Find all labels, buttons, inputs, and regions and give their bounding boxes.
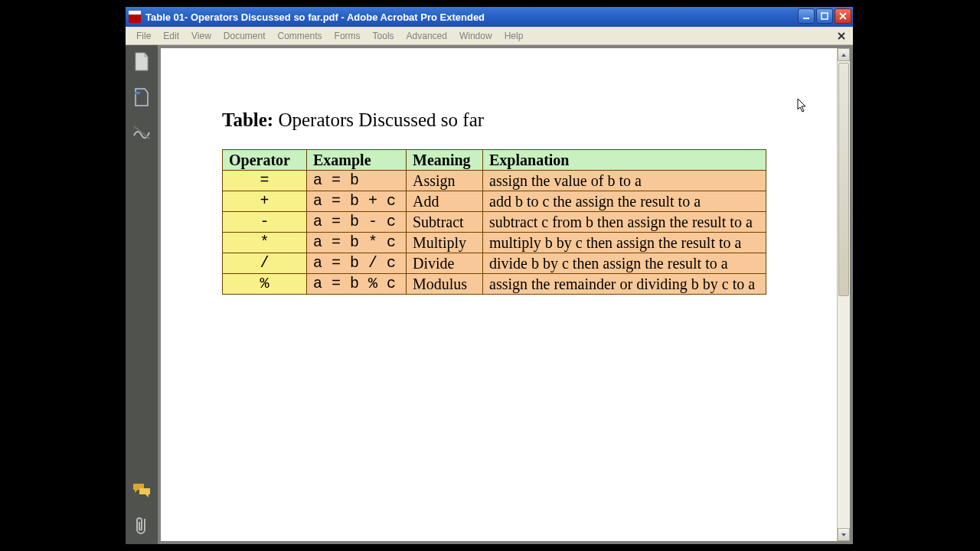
menu-comments[interactable]: Comments	[272, 29, 328, 43]
cell-meaning: Add	[407, 191, 483, 212]
col-explanation: Explanation	[483, 150, 766, 171]
table-row: *a = b * cMultiplymultiply b by c then a…	[223, 233, 766, 253]
table-title: Table: Operators Discussed so far	[222, 109, 837, 131]
menubar: File Edit View Document Comments Forms T…	[126, 27, 853, 45]
minimize-button[interactable]	[798, 8, 815, 24]
cell-operator: /	[223, 253, 307, 274]
table-row: /a = b / cDividedivide b by c then assig…	[223, 253, 766, 274]
cell-example: a = b + c	[307, 191, 407, 212]
cell-example: a = b % c	[307, 274, 407, 295]
cell-explanation: subtract c from b then assign the result…	[483, 212, 766, 233]
cell-meaning: Assign	[407, 171, 483, 191]
menu-window[interactable]: Window	[453, 29, 498, 43]
close-button[interactable]	[835, 8, 851, 24]
window-title: Table 01- Operators Discussed so far.pdf…	[145, 11, 798, 23]
vertical-scrollbar[interactable]	[837, 48, 850, 541]
cell-explanation: assign the remainder or dividing b by c …	[483, 274, 766, 295]
app-window: Table 01- Operators Discussed so far.pdf…	[125, 6, 854, 545]
table-row: =a = bAssignassign the value of b to a	[223, 171, 766, 191]
svg-rect-0	[803, 18, 809, 19]
cell-example: a = b / c	[307, 253, 407, 274]
scroll-down-button[interactable]	[838, 528, 850, 541]
bookmarks-icon[interactable]	[131, 86, 152, 108]
signatures-icon[interactable]	[131, 122, 152, 143]
titlebar[interactable]: Table 01- Operators Discussed so far.pdf…	[126, 7, 853, 27]
content-area: Table: Operators Discussed so far Operat…	[126, 45, 853, 544]
table-row: +a = b + cAddadd b to c the assign the r…	[223, 191, 766, 212]
col-operator: Operator	[223, 150, 307, 171]
scroll-thumb[interactable]	[838, 63, 849, 296]
col-meaning: Meaning	[407, 150, 483, 171]
cell-meaning: Divide	[407, 253, 483, 274]
menu-view[interactable]: View	[185, 29, 217, 43]
cell-meaning: Modulus	[407, 274, 483, 295]
menu-help[interactable]: Help	[498, 29, 530, 43]
comments-icon[interactable]	[131, 480, 152, 501]
cell-explanation: multiply b by c then assign the result t…	[483, 233, 766, 253]
cell-meaning: Subtract	[407, 212, 483, 233]
cell-operator: %	[223, 274, 307, 295]
pages-icon[interactable]	[131, 51, 152, 73]
col-example: Example	[307, 150, 407, 171]
cell-operator: *	[223, 233, 307, 253]
scroll-track[interactable]	[838, 61, 850, 528]
cell-explanation: assign the value of b to a	[483, 171, 766, 191]
acrobat-icon	[129, 11, 141, 23]
cell-operator: -	[223, 212, 307, 233]
cell-example: a = b - c	[307, 212, 407, 233]
menu-forms[interactable]: Forms	[328, 29, 367, 43]
cell-meaning: Multiply	[407, 233, 483, 253]
cell-explanation: add b to c the assign the result to a	[483, 191, 766, 212]
menu-tools[interactable]: Tools	[367, 29, 400, 43]
svg-rect-1	[822, 13, 828, 19]
cell-operator: =	[223, 171, 307, 191]
menu-advanced[interactable]: Advanced	[400, 29, 453, 43]
scroll-up-button[interactable]	[838, 48, 850, 61]
menu-file[interactable]: File	[130, 29, 157, 43]
document-viewport: Table: Operators Discussed so far Operat…	[158, 45, 853, 544]
menu-document[interactable]: Document	[217, 29, 272, 43]
cell-example: a = b	[307, 171, 407, 191]
maximize-button[interactable]	[816, 8, 833, 24]
menu-edit[interactable]: Edit	[157, 29, 185, 43]
document-close-button[interactable]	[835, 30, 848, 42]
attachments-icon[interactable]	[131, 515, 152, 536]
page[interactable]: Table: Operators Discussed so far Operat…	[161, 48, 837, 541]
table-row: -a = b - cSubtractsubtract c from b then…	[223, 212, 766, 233]
cell-example: a = b * c	[307, 233, 407, 253]
operators-table: Operator Example Meaning Explanation =a …	[222, 149, 766, 295]
svg-rect-6	[135, 92, 140, 94]
window-controls	[798, 7, 853, 27]
cell-explanation: divide b by c then assign the result to …	[483, 253, 766, 274]
table-row: %a = b % cModulusassign the remainder or…	[223, 274, 766, 295]
cell-operator: +	[223, 191, 307, 212]
table-header-row: Operator Example Meaning Explanation	[223, 150, 766, 171]
navigation-panel	[126, 45, 158, 544]
